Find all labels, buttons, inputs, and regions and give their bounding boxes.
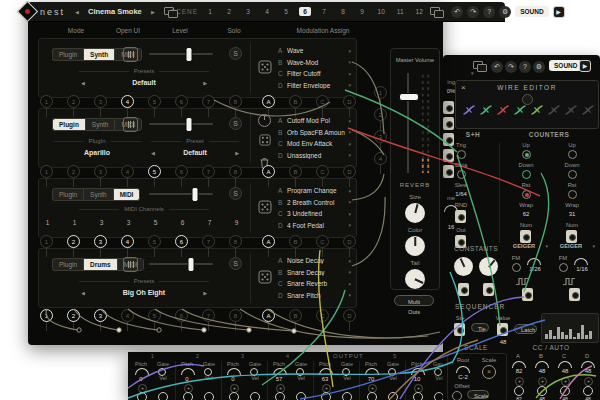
vel-out-jack[interactable] xyxy=(388,392,398,400)
patch-port[interactable]: 8 xyxy=(229,309,242,322)
up-jack[interactable] xyxy=(568,150,577,159)
settings-gear-button[interactable]: ⚙ xyxy=(499,6,511,18)
mod-port[interactable]: C xyxy=(316,165,329,178)
play-button[interactable]: ▶ xyxy=(553,6,565,18)
mode-button[interactable]: Synth xyxy=(85,118,115,131)
cc-jack[interactable] xyxy=(560,386,570,396)
constant-knob-1[interactable] xyxy=(454,257,473,276)
midi-channel-value[interactable]: 7 xyxy=(203,219,216,226)
preset-name[interactable]: Default xyxy=(183,149,207,156)
root-knob[interactable] xyxy=(456,366,470,373)
pitch-out-jack[interactable] xyxy=(137,392,147,400)
pitch-out-jack[interactable] xyxy=(183,392,193,400)
down-jack[interactable] xyxy=(522,170,531,179)
rst-jack[interactable] xyxy=(568,190,577,199)
patch-port[interactable]: 8 xyxy=(229,95,242,108)
patch-port[interactable]: 4 xyxy=(121,95,134,108)
cc-jack[interactable] xyxy=(583,386,593,396)
fm-jack[interactable] xyxy=(559,263,568,272)
pitch-knob[interactable] xyxy=(135,368,149,375)
scene-button[interactable]: 3 xyxy=(242,7,254,16)
sound-button[interactable]: SOUND xyxy=(549,60,582,71)
vel-out-jack[interactable] xyxy=(204,392,214,400)
pitch-out-jack[interactable] xyxy=(413,392,423,400)
plus-icon[interactable]: + xyxy=(538,377,547,386)
mod-port[interactable]: B xyxy=(289,309,302,322)
mod-port[interactable]: A xyxy=(262,95,275,108)
wire-icon[interactable] xyxy=(479,103,493,117)
patch-port[interactable]: 6 xyxy=(175,235,188,248)
mode-button[interactable]: Drums xyxy=(83,258,117,271)
pitch-knob[interactable] xyxy=(227,368,241,375)
scene-button[interactable]: 8 xyxy=(337,7,349,16)
scene-button[interactable]: 2 xyxy=(223,7,235,16)
patch-port[interactable]: 8 xyxy=(229,165,242,178)
master-jack[interactable]: 2 xyxy=(374,108,387,121)
mod-assign-row[interactable]: A Program Change ▾ xyxy=(278,185,351,197)
next-preset-button[interactable]: ▶ xyxy=(203,290,207,296)
mode-button[interactable]: Plugin xyxy=(52,48,83,61)
midi-channel-value[interactable]: 1 xyxy=(41,219,54,226)
patch-port[interactable]: 7 xyxy=(202,95,215,108)
cc-jack[interactable] xyxy=(514,386,524,396)
patch-port[interactable]: 6 xyxy=(175,309,188,322)
open-ui-icon[interactable] xyxy=(123,117,138,132)
mod-port[interactable]: D xyxy=(343,235,356,248)
value-jack[interactable] xyxy=(497,323,508,336)
mod-port[interactable]: B xyxy=(289,235,302,248)
midi-channel-value[interactable]: 3 xyxy=(95,219,108,226)
size-knob[interactable] xyxy=(405,203,425,223)
mod-assign-row[interactable]: D Unassigned ▾ xyxy=(278,150,351,162)
solo-button[interactable]: S xyxy=(229,187,242,200)
mod-jack[interactable] xyxy=(443,165,454,178)
rate-value[interactable]: 1/16 xyxy=(576,266,588,272)
scene-button[interactable]: 9 xyxy=(356,7,368,16)
fm-jack[interactable] xyxy=(512,263,521,272)
rst-jack[interactable] xyxy=(522,190,531,199)
wire-icon[interactable] xyxy=(513,103,527,117)
patch-port[interactable]: 3 xyxy=(94,309,107,322)
pitch-knob[interactable] xyxy=(365,368,379,375)
patch-port[interactable]: 4 xyxy=(121,165,134,178)
mod-assign-row[interactable]: C Filter Cutoff ▾ xyxy=(278,68,351,80)
master-volume-handle[interactable] xyxy=(399,93,419,101)
master-jack[interactable]: 1 xyxy=(374,86,387,99)
patch-port[interactable]: 7 xyxy=(202,235,215,248)
plus-icon[interactable]: + xyxy=(584,377,593,386)
preset-name[interactable]: Default xyxy=(132,79,156,86)
mode-button[interactable]: Plugin xyxy=(52,188,83,201)
scene-button[interactable]: 5 xyxy=(280,7,292,16)
solo-button[interactable]: S xyxy=(229,117,242,130)
randomize-dice-icon[interactable] xyxy=(258,60,272,74)
patch-port[interactable]: 4 xyxy=(121,235,134,248)
patch-port[interactable]: 5 xyxy=(148,235,161,248)
solo-button[interactable]: S xyxy=(229,47,242,60)
redo-button[interactable]: ↷ xyxy=(505,61,517,73)
multi-outs-button[interactable]: Multi Outs xyxy=(394,295,434,306)
constant-jack-1[interactable] xyxy=(458,283,469,296)
patch-port[interactable]: 8 xyxy=(229,235,242,248)
rate-value[interactable]: 1/26 xyxy=(529,266,541,272)
offset-jack[interactable] xyxy=(452,391,462,400)
mode-button[interactable]: MIDI xyxy=(113,188,141,201)
mod-port[interactable]: A xyxy=(262,309,275,322)
next-preset-button[interactable]: ▶ xyxy=(235,150,239,156)
copy-scene-icon[interactable] xyxy=(473,61,485,70)
midi-channel-value[interactable]: 9 xyxy=(230,219,243,226)
solo-button[interactable]: S xyxy=(229,257,242,270)
open-ui-icon[interactable] xyxy=(123,47,138,62)
randomize-dice-icon[interactable] xyxy=(258,270,272,284)
patch-port[interactable]: 2 xyxy=(67,95,80,108)
global-preset-name[interactable]: Cinema Smoke xyxy=(83,7,147,16)
color-knob[interactable] xyxy=(405,236,425,256)
patch-port[interactable]: 7 xyxy=(202,165,215,178)
wire-icon[interactable] xyxy=(530,103,544,117)
patch-port[interactable]: 6 xyxy=(175,95,188,108)
mod-port[interactable]: A xyxy=(262,235,275,248)
down-jack[interactable] xyxy=(568,170,577,179)
rate-knob[interactable] xyxy=(527,258,541,265)
mod-jack[interactable] xyxy=(443,149,454,162)
open-ui-icon[interactable] xyxy=(123,257,138,272)
chevron-down-icon[interactable]: ▾ xyxy=(545,243,548,249)
pitch-out-jack[interactable] xyxy=(229,392,239,400)
